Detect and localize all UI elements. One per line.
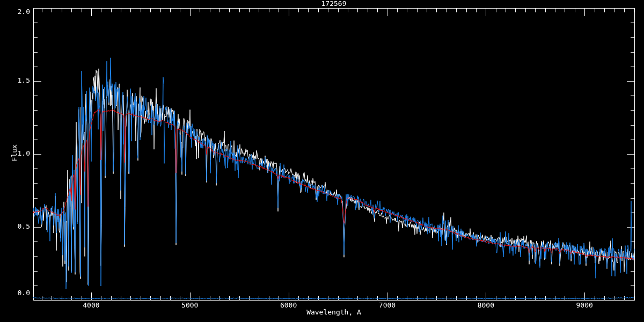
- y-axis-label: Flux: [11, 144, 18, 161]
- plot-title: 172569: [33, 0, 634, 8]
- spectrum-canvas: [0, 0, 644, 322]
- x-axis-label: Wavelength, A: [33, 309, 634, 316]
- spectrum-plot-figure: 172569 Wavelength, A Flux: [0, 0, 644, 322]
